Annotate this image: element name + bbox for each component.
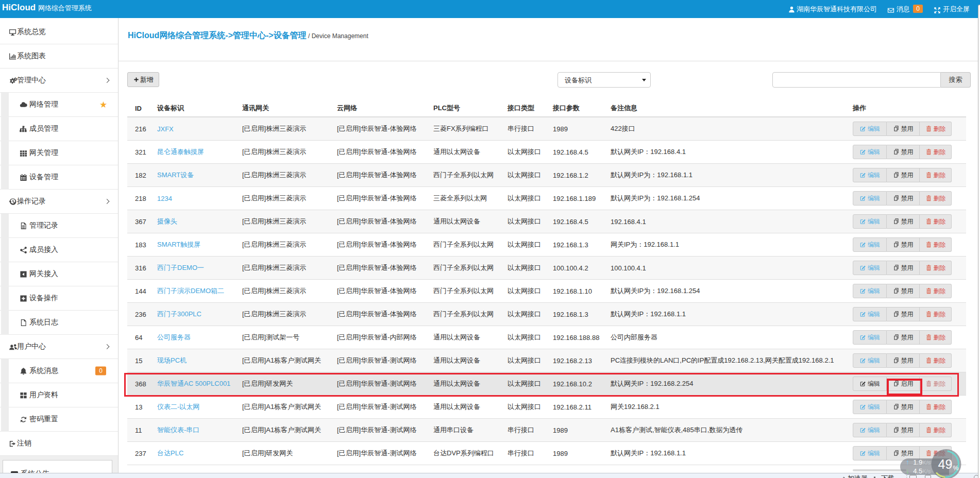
svg-text:49: 49 bbox=[938, 457, 953, 471]
svg-text:%: % bbox=[953, 465, 959, 472]
